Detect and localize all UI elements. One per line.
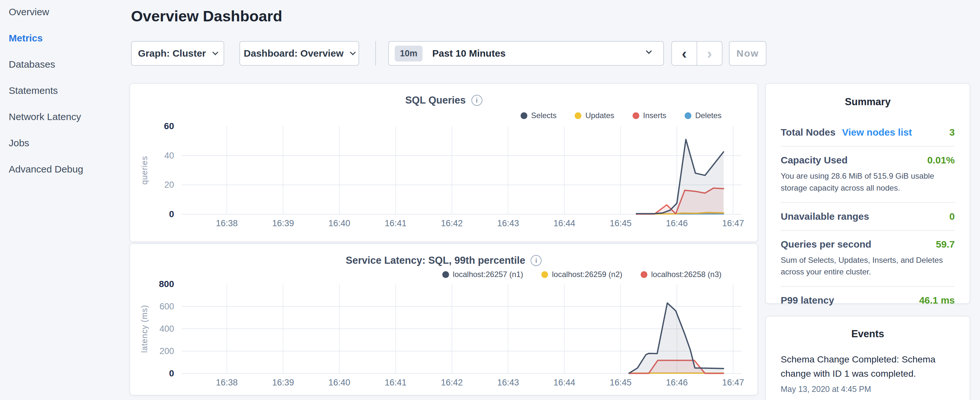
x-axis-tick: 16:47	[722, 218, 744, 228]
y-axis-tick: 0	[169, 368, 174, 379]
events-title: Events	[781, 328, 955, 340]
legend-dot-icon	[520, 112, 527, 119]
legend-dot-icon	[442, 271, 449, 278]
event-timestamp: May 13, 2020 at 4:45 PM	[781, 384, 955, 394]
legend-item[interactable]: Inserts	[633, 111, 667, 120]
sidebar-item-overview[interactable]: Overview	[9, 6, 119, 18]
x-axis-tick: 16:45	[609, 218, 632, 228]
chevron-down-icon	[212, 49, 218, 55]
sql-queries-chart-card: SQL Queries i SelectsUpdatesInsertsDelet…	[129, 83, 758, 242]
legend-dot-icon	[633, 112, 639, 119]
x-axis-tick: 16:46	[666, 218, 688, 228]
graph-dropdown[interactable]: Graph: Cluster	[131, 41, 224, 66]
legend-item[interactable]: Deletes	[685, 111, 721, 120]
app: OverviewMetricsDatabasesStatementsNetwor…	[0, 0, 980, 400]
summary-row-p99-latency: P99 latency 46.1 ms	[781, 287, 955, 314]
legend-item[interactable]: localhost:26257 (n1)	[442, 270, 523, 279]
summary-value: 59.7	[936, 239, 955, 250]
chart-legend: SelectsUpdatesInsertsDeletes	[520, 111, 722, 120]
x-axis-tick: 16:42	[441, 378, 463, 388]
legend-dot-icon	[685, 112, 691, 119]
summary-label: Total Nodes	[781, 127, 835, 138]
chart-plot[interactable]: queries 16:3816:3916:4016:4116:4216:4316…	[182, 126, 741, 214]
y-axis-unit: queries	[140, 156, 149, 185]
y-axis-tick: 20	[164, 180, 174, 190]
legend-label: localhost:26258 (n3)	[651, 270, 721, 279]
legend-item[interactable]: Selects	[520, 111, 557, 120]
summary-description: Sum of Selects, Updates, Inserts, and De…	[781, 254, 955, 278]
legend-label: Selects	[531, 111, 557, 120]
summary-title: Summary	[781, 96, 955, 108]
x-axis-tick: 16:43	[497, 218, 519, 228]
y-axis-tick: 400	[159, 324, 174, 334]
summary-label: P99 latency	[781, 295, 834, 306]
x-axis-tick: 16:44	[554, 378, 576, 388]
summary-row-total-nodes: Total Nodes View nodes list 3	[781, 119, 955, 146]
graph-dropdown-label: Graph: Cluster	[138, 48, 206, 59]
sidebar-item-network-latency[interactable]: Network Latency	[9, 112, 119, 122]
chart-legend: localhost:26257 (n1)localhost:26259 (n2)…	[442, 270, 721, 279]
y-axis-tick: 200	[159, 346, 174, 356]
chart-canvas[interactable]	[182, 126, 741, 214]
legend-label: localhost:26259 (n2)	[552, 270, 622, 279]
legend-dot-icon	[641, 271, 648, 278]
dashboard-dropdown-label: Dashboard: Overview	[243, 48, 343, 59]
summary-value: 3	[949, 127, 955, 138]
summary-row-queries-per-second: Queries per second 59.7 Sum of Selects, …	[781, 231, 955, 287]
service-latency-chart-card: Service Latency: SQL, 99th percentile i …	[129, 243, 758, 395]
time-range-label: Past 10 Minutes	[432, 48, 506, 59]
time-range-badge: 10m	[395, 46, 423, 62]
summary-label: Unavailable ranges	[781, 211, 869, 222]
summary-row-unavailable-ranges: Unavailable ranges 0	[781, 203, 955, 230]
summary-row-capacity-used: Capacity Used 0.01% You are using 28.6 M…	[781, 147, 955, 202]
chevron-down-icon	[350, 49, 356, 55]
legend-item[interactable]: localhost:26258 (n3)	[641, 270, 721, 279]
y-axis-tick: 800	[159, 279, 174, 289]
sidebar-item-jobs[interactable]: Jobs	[9, 137, 119, 148]
x-axis-tick: 16:43	[497, 378, 519, 388]
summary-panel: Summary Total Nodes View nodes list 3 Ca…	[765, 83, 970, 304]
info-icon[interactable]: i	[471, 95, 482, 106]
prev-time-button[interactable]: ‹	[672, 42, 697, 65]
x-axis-tick: 16:45	[609, 378, 632, 388]
x-axis-tick: 16:41	[385, 378, 407, 388]
y-axis-tick: 600	[159, 302, 174, 312]
chart-canvas[interactable]	[182, 284, 741, 373]
time-range-dropdown[interactable]: 10m Past 10 Minutes	[388, 41, 664, 66]
chart-title: Service Latency: SQL, 99th percentile	[346, 255, 525, 266]
dashboard-dropdown[interactable]: Dashboard: Overview	[239, 41, 359, 66]
y-axis-unit: latency (ms)	[140, 305, 149, 353]
x-axis-tick: 16:44	[554, 218, 576, 228]
now-button[interactable]: Now	[729, 41, 767, 66]
x-axis-tick: 16:38	[216, 378, 238, 388]
sidebar-item-advanced-debug[interactable]: Advanced Debug	[9, 164, 119, 175]
next-time-button[interactable]: ›	[697, 42, 722, 65]
summary-value: 0.01%	[927, 155, 955, 166]
x-axis-tick: 16:42	[441, 218, 463, 228]
summary-description: You are using 28.6 MiB of 515.9 GiB usab…	[781, 170, 955, 194]
x-axis-tick: 16:38	[216, 218, 238, 228]
view-nodes-link[interactable]: View nodes list	[842, 127, 912, 138]
x-axis-tick: 16:40	[328, 378, 350, 388]
summary-value: 46.1 ms	[919, 295, 955, 306]
chart-plot[interactable]: latency (ms) 16:3816:3916:4016:4116:4216…	[182, 284, 741, 373]
sidebar-item-metrics[interactable]: Metrics	[9, 33, 119, 44]
summary-label: Capacity Used	[781, 155, 848, 166]
legend-label: Inserts	[643, 111, 667, 120]
events-panel: Events Schema Change Completed: Schema c…	[765, 316, 970, 400]
chart-title: SQL Queries	[405, 94, 466, 106]
event-item[interactable]: Schema Change Completed: Schema change w…	[781, 352, 955, 394]
sidebar: OverviewMetricsDatabasesStatementsNetwor…	[9, 6, 119, 190]
x-axis-tick: 16:47	[722, 378, 744, 388]
legend-item[interactable]: localhost:26259 (n2)	[541, 270, 622, 279]
sidebar-item-statements[interactable]: Statements	[9, 85, 119, 96]
info-icon[interactable]: i	[531, 255, 542, 266]
sidebar-item-databases[interactable]: Databases	[9, 59, 119, 70]
legend-dot-icon	[574, 112, 581, 119]
chevron-down-icon	[646, 48, 652, 54]
time-pager: ‹ ›	[671, 41, 722, 66]
legend-label: Updates	[585, 111, 614, 120]
x-axis-tick: 16:41	[385, 218, 407, 228]
legend-item[interactable]: Updates	[574, 111, 614, 120]
x-axis-tick: 16:39	[272, 378, 294, 388]
